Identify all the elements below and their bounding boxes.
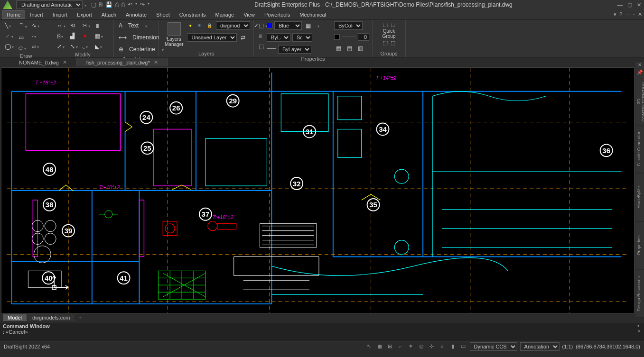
explode-tool-icon[interactable]: ✦ — [81, 32, 92, 40]
text-tool-icon[interactable]: A — [117, 21, 124, 30]
chamfer-tool-icon[interactable]: ◣ — [93, 42, 105, 51]
menu-home[interactable]: Home — [2, 10, 25, 19]
side-design-resources[interactable]: Design Resources — [635, 270, 644, 318]
workspace-drop[interactable] — [84, 2, 86, 8]
color-select[interactable]: Blue — [274, 21, 302, 30]
menu-sheet[interactable]: Sheet — [151, 10, 175, 19]
side-3dcc[interactable]: 3D CONTENTCENTRAL — [635, 77, 644, 125]
qat-redo-icon[interactable]: ↷ — [140, 1, 145, 8]
qat-save-icon[interactable]: 💾 — [105, 1, 112, 8]
text-label[interactable]: Text — [126, 21, 140, 30]
group-sel-icon[interactable]: ⬚ — [391, 40, 395, 46]
close-icon[interactable]: ✕ — [637, 2, 641, 8]
rotate-tool-icon[interactable]: ⟲ — [68, 21, 80, 30]
stretch-tool-icon[interactable]: ⤢ — [55, 42, 67, 51]
status-polar-icon[interactable]: ✶ — [407, 343, 415, 350]
close-tab-icon[interactable]: ✕ — [63, 59, 67, 65]
qat-saveas-icon[interactable]: ⎙ — [115, 1, 119, 8]
menu-help-icon[interactable]: ? — [619, 11, 622, 18]
cmd-dock-icon[interactable]: ▾ — [637, 323, 641, 328]
workspace-select[interactable]: Drafting and Annotation — [16, 0, 83, 9]
text-drop[interactable] — [142, 21, 149, 30]
close-tab-icon[interactable]: ✕ — [154, 59, 158, 65]
side-close-icon[interactable]: ✕ — [635, 62, 644, 70]
qat-print-icon[interactable]: ⎙ — [121, 1, 125, 8]
group-edit-icon[interactable]: ⬚ — [383, 40, 388, 46]
menu-constraints[interactable]: Constraints — [175, 10, 211, 19]
region-tool-icon[interactable]: ▱ — [30, 42, 41, 51]
layer-tool2-icon[interactable]: ⇄ — [239, 33, 247, 42]
status-etrack-icon[interactable]: ⊹ — [428, 343, 436, 350]
move-tool-icon[interactable]: ↔ — [55, 21, 67, 30]
drawing-canvas[interactable]: 292624254831343632353738394041 T:+18°±2T… — [1, 67, 635, 313]
line-tool-icon[interactable]: ╲ — [3, 21, 16, 30]
dim-label[interactable]: Dimension — [131, 33, 161, 42]
polyline-tool-icon[interactable]: ⟋ — [3, 32, 16, 40]
quick-group-button[interactable]: Quick Group — [383, 28, 396, 39]
arc-tool-icon[interactable]: ⌒ — [17, 21, 29, 31]
menu-insert[interactable]: Insert — [25, 10, 48, 19]
menu-powertools[interactable]: Powertools — [260, 10, 295, 19]
active-layer-select[interactable]: dwgmodel — [216, 21, 250, 30]
lineweight-select[interactable]: ByLayer — [267, 33, 290, 42]
status-ccs-select[interactable]: Dynamic CCS — [470, 342, 517, 351]
status-cursor-icon[interactable]: ↖ — [365, 343, 373, 350]
menu-opts-icon[interactable]: ▾ — [614, 11, 616, 18]
trim-tool-icon[interactable]: ✂ — [81, 21, 92, 30]
side-pin-icon[interactable]: 📌 — [635, 70, 644, 77]
menu-restore-icon[interactable]: ▫ — [633, 11, 635, 18]
trans-slider[interactable] — [342, 36, 356, 38]
array-tool-icon[interactable]: ▦ — [93, 32, 105, 40]
status-ortho-icon[interactable]: ⌐ — [397, 343, 404, 350]
layout-tab-add[interactable]: + — [75, 314, 84, 321]
bycolor-select[interactable]: ByColor — [334, 21, 363, 30]
spline-tool-icon[interactable]: ∿ — [30, 21, 41, 30]
menu-close-icon[interactable]: ✕ — [638, 11, 642, 18]
rect-tool-icon[interactable]: ▭ — [17, 33, 29, 42]
prop-t2-icon[interactable]: ▤ — [345, 44, 354, 53]
file-tab[interactable]: NONAME_0.dwg✕ — [9, 58, 77, 66]
circle-tool-icon[interactable]: ◯ — [3, 42, 16, 51]
prop-tool-icon[interactable]: ⬚ — [257, 42, 266, 51]
status-snap-icon[interactable]: ▦ — [376, 343, 383, 350]
side-properties[interactable]: Properties — [635, 221, 644, 269]
menu-min-icon[interactable]: — — [625, 11, 630, 18]
minimize-icon[interactable]: — — [617, 2, 623, 8]
menu-attach[interactable]: Attach — [97, 10, 121, 19]
status-lwt-icon[interactable]: ≡ — [439, 343, 446, 350]
status-dyn-icon[interactable]: ▭ — [459, 343, 467, 350]
fillet-tool-icon[interactable]: ◟ — [81, 42, 92, 51]
menu-export[interactable]: Export — [72, 10, 97, 19]
status-esnap-icon[interactable]: ◎ — [418, 343, 425, 350]
menu-import[interactable]: Import — [48, 10, 72, 19]
status-qi-icon[interactable]: ▮ — [449, 343, 457, 350]
offset-tool-icon[interactable]: ⫼ — [93, 21, 105, 30]
copy-tool-icon[interactable]: ⎘ — [55, 32, 67, 40]
file-tab[interactable]: fish_processing_plant.dwg*✕ — [77, 58, 168, 66]
center-label[interactable]: Centerline — [127, 45, 157, 54]
menu-annotate[interactable]: Annotate — [121, 10, 151, 19]
linestyle-select[interactable]: Solid — [292, 33, 312, 42]
ungroup-icon[interactable]: ⬚ — [391, 21, 395, 27]
cmd-close-icon[interactable]: ✕ — [637, 329, 641, 334]
prop-match-icon[interactable]: ⬚ — [257, 21, 266, 30]
prop-grid-icon[interactable]: ▦ — [304, 21, 313, 30]
center-tool-icon[interactable]: ⊕ — [117, 45, 125, 54]
prop-t3-icon[interactable]: ▥ — [356, 44, 365, 53]
linetype-select[interactable]: ByLayer — [278, 45, 311, 54]
layout-tab-model[interactable]: Model — [3, 314, 27, 321]
menu-manage[interactable]: Manage — [210, 10, 239, 19]
mirror-tool-icon[interactable]: ▟ — [68, 32, 80, 40]
qat-undo-drop[interactable]: ▾ — [135, 1, 137, 8]
side-homebyme[interactable]: HomeByMe — [635, 174, 644, 221]
prop-t1-icon[interactable]: ▦ — [334, 44, 343, 53]
prop-list-icon[interactable]: ≡ — [257, 32, 266, 40]
menu-mechanical[interactable]: Mechanical — [295, 10, 331, 19]
dim-tool-icon[interactable]: ⟷ — [117, 33, 129, 42]
side-gcode[interactable]: G-code Generator — [635, 125, 644, 173]
point-tool-icon[interactable]: · — [30, 32, 41, 40]
qat-new-icon[interactable]: ▢ — [91, 1, 96, 8]
layer-state-select[interactable]: Unsaved Layer State — [187, 33, 237, 42]
group-icon[interactable]: ⬚ — [383, 21, 388, 27]
layers-manager-button[interactable]: Layers Manager — [162, 21, 186, 48]
